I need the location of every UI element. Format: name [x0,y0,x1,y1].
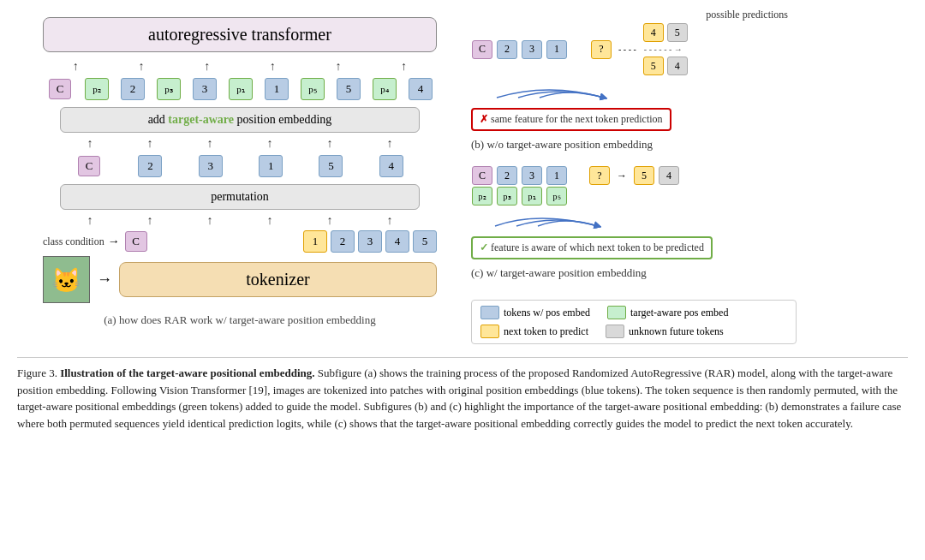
arrow: ↑ [267,214,273,228]
pred-row-2: 5 4 [642,57,689,75]
token-p3: p₃ [157,78,181,100]
token-row-1: C p₂ 2 p₃ 3 p₁ 1 p₅ 5 p₄ 4 [43,78,437,100]
token-5: 5 [634,166,654,185]
left-diagram: autoregressive transformer ↑ ↑ ↑ ↑ ↑ ↑ C… [17,9,462,344]
caption-figure-num: Figure 3. [17,366,57,379]
curved-arrows-c [471,207,728,231]
token-4: 4 [379,155,403,177]
token-4: 4 [643,23,664,42]
token-5: 5 [319,155,343,177]
legend: tokens w/ pos embed target-aware pos emb… [471,300,797,344]
red-box: ✗ same feature for the next token predic… [471,108,671,131]
token-p2: p₂ [472,187,492,206]
main-container: autoregressive transformer ↑ ↑ ↑ ↑ ↑ ↑ C… [0,0,925,440]
token-5: 5 [413,230,437,253]
arrow: ↑ [87,137,93,151]
arrow: ↑ [327,137,333,151]
seq-c-row1: C 2 3 1 ? → 5 4 [471,166,797,185]
token-1: 1 [546,40,567,59]
token-C: C [472,40,492,59]
arrows-to-perm: ↑ ↑ ↑ ↑ ↑ ↑ [60,214,420,228]
legend-green: target-aware pos embed [607,306,728,319]
legend-label-blue: tokens w/ pos embed [504,307,590,319]
arrow: ↑ [147,214,153,228]
green-check: ✓ [480,241,488,253]
token-C: C [78,156,100,176]
arrow: ↑ [270,60,276,74]
legend-label-green: target-aware pos embed [630,307,728,319]
legend-label-yellow: next token to predict [504,325,588,338]
legend-yellow: next token to predict [480,325,588,338]
token-2: 2 [331,230,355,253]
green-box: ✓ feature is aware of which next token t… [471,236,713,259]
token-3: 3 [358,230,382,253]
seq-c-row2: p₂ p₃ p₁ p₅ [471,187,797,206]
embed-target-aware: target-aware [168,113,234,126]
dash-line: - - - - [618,45,636,54]
token-3: 3 [522,166,542,185]
token-p1: p₁ [229,78,253,100]
arrow: ↑ [327,214,333,228]
token-1: 1 [265,78,289,100]
token-p5: p₅ [301,78,325,100]
legend-blue: tokens w/ pos embed [480,306,590,319]
token-1: 1 [303,230,327,253]
left-bottom-caption: (a) how does RAR work w/ target-aware po… [104,313,375,327]
legend-swatch-blue [480,306,499,319]
arrow: ↑ [138,60,144,74]
arrow: ↑ [73,60,79,74]
tokenizer-row: → tokenizer [43,256,437,303]
red-box-text: same feature for the next token predicti… [491,113,663,125]
token-p5: p₅ [546,187,567,206]
token-5: 5 [337,78,361,100]
token-5: 5 [643,57,664,75]
section-b: possible predictions C 2 3 1 ? - - - [471,9,797,155]
token-1: 1 [259,155,283,177]
embed-suffix: position embedding [234,113,331,126]
token-1: 1 [546,166,567,185]
arrow: ↑ [87,214,93,228]
token-2: 2 [497,40,517,59]
transformer-box: autoregressive transformer [43,17,437,52]
token-2: 2 [121,78,145,100]
caption: Figure 3. Illustration of the target-awa… [17,357,908,432]
green-box-text: feature is aware of which next token to … [491,241,704,253]
section-c: C 2 3 1 ? → 5 4 p₂ p₃ p₁ p₅ [471,166,797,283]
token-C: C [472,166,492,185]
token-3: 3 [199,155,223,177]
section-b-sequences: C 2 3 1 ? - - - - 4 5 [471,23,797,75]
arrow-to-result: → [617,170,627,182]
arrows-to-embed: ↑ ↑ ↑ ↑ ↑ ↑ [60,137,420,151]
legend-label-gray: unknown future tokens [629,325,724,338]
arrow: ↑ [207,214,213,228]
possible-pred-label: possible predictions [471,9,788,21]
pred-row-1: 4 5 [642,23,689,42]
arrow-right: → [108,235,120,248]
embed-prefix: add [148,113,169,126]
transformer-label: autoregressive transformer [148,25,331,44]
section-c-seq: C 2 3 1 ? → 5 4 p₂ p₃ p₁ p₅ [471,166,797,206]
caption-bold: Illustration of the target-aware positio… [60,366,314,379]
section-c-label: (c) w/ target-aware position embedding [471,266,797,280]
cat-image [43,256,90,303]
token-2: 2 [497,166,517,185]
legend-swatch-green [607,306,626,319]
token-4: 4 [667,57,688,75]
top-section: autoregressive transformer ↑ ↑ ↑ ↑ ↑ ↑ C… [17,9,908,344]
dash-to-54: - - - - - - → [644,45,687,54]
section-b-label: (b) w/o target-aware position embedding [471,138,797,152]
token-C: C [49,79,71,99]
arrow: ↑ [387,137,393,151]
arrow: ↑ [401,60,407,74]
arrow: ↑ [267,137,273,151]
legend-swatch-gray [606,325,624,338]
right-panel: possible predictions C 2 3 1 ? - - - [471,9,797,344]
token-p4: p₄ [373,78,397,100]
arrow: ↑ [387,214,393,228]
token-2: 2 [138,155,162,177]
token-4: 4 [409,78,433,100]
token-C-main: C [125,231,147,252]
token-p1: p₁ [522,187,542,206]
perm-box: permutation [60,184,420,210]
seq-b-row: C 2 3 1 ? - - - - 4 5 [471,23,689,75]
